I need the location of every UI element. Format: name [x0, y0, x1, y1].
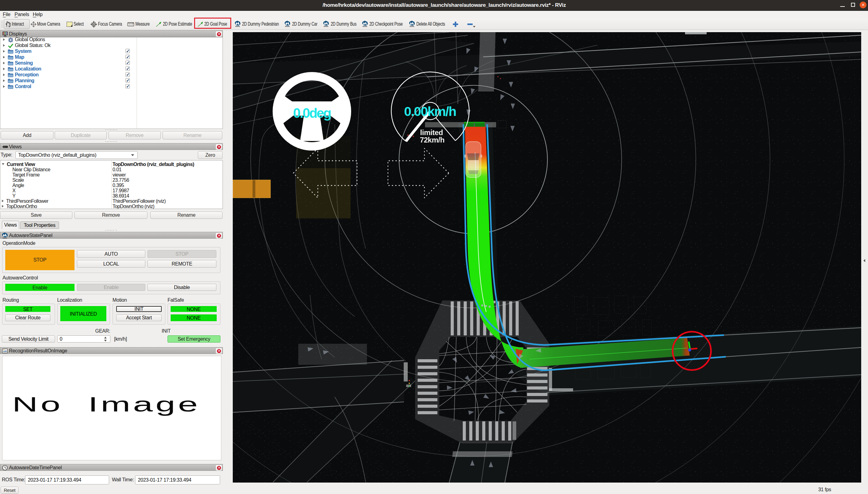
svg-text:72km/h: 72km/h [420, 136, 444, 144]
svg-text:limited: limited [420, 128, 443, 137]
svg-text:0.00km/h: 0.00km/h [404, 104, 456, 119]
svg-text:0.0deg: 0.0deg [293, 106, 331, 120]
